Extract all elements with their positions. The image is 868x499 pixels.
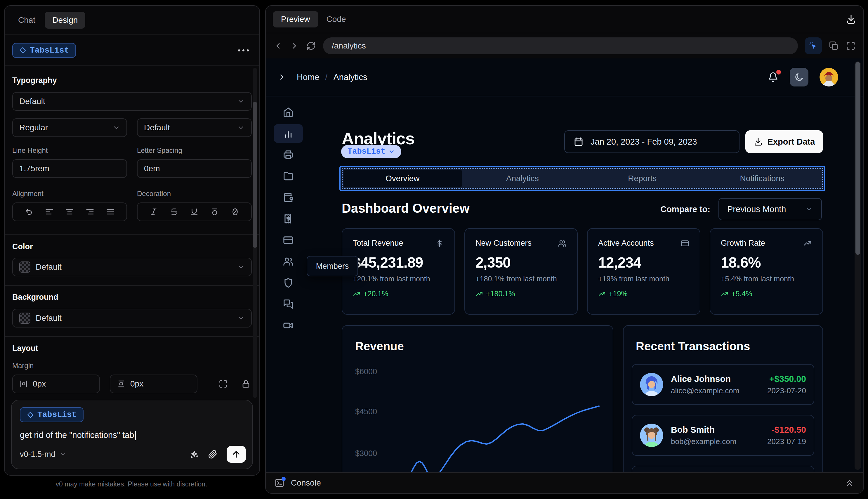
url-input[interactable]: /analytics	[323, 37, 798, 54]
transaction-row[interactable]: Bob Smith bob@example.com -$120.50 2023-…	[632, 415, 814, 456]
sidebar-expand-chevron-icon[interactable]	[277, 73, 286, 82]
transaction-row[interactable]: Alice Johnson alice@example.com +$350.00…	[632, 364, 814, 405]
refresh-icon[interactable]	[306, 41, 316, 51]
download-icon[interactable]	[846, 14, 856, 25]
forward-icon[interactable]	[290, 41, 299, 50]
text-caret	[135, 431, 136, 440]
chevrons-up-icon[interactable]	[845, 478, 855, 488]
select-element-button[interactable]	[805, 37, 822, 54]
transaction-name: Bob Smith	[671, 425, 736, 435]
transaction-date: 2023-07-19	[767, 437, 806, 446]
user-avatar[interactable]	[819, 68, 838, 86]
rail-reports[interactable]	[274, 146, 303, 164]
rail-home[interactable]	[274, 103, 303, 122]
transaction-row[interactable]	[632, 466, 814, 472]
credit-card-icon	[681, 239, 689, 248]
tab-analytics[interactable]: Analytics	[463, 169, 583, 188]
align-right-icon[interactable]	[86, 207, 94, 216]
font-weight-select[interactable]: Regular	[12, 118, 127, 137]
strikethrough-icon[interactable]	[170, 207, 178, 216]
chevron-down-icon	[388, 148, 395, 155]
rail-security[interactable]	[274, 273, 303, 292]
underline-icon[interactable]	[190, 207, 199, 216]
expand-icon[interactable]	[219, 379, 228, 389]
line-height-label: Line Height	[12, 146, 127, 155]
rail-invoices[interactable]	[274, 209, 303, 228]
viewport-scrollbar-thumb[interactable]	[855, 62, 860, 255]
tab-notifications[interactable]: Notifications	[703, 169, 822, 188]
composer-input[interactable]: get rid of the "notifications" tab	[20, 430, 244, 440]
rail-members[interactable]	[274, 252, 303, 271]
viewport-scrollbar-track[interactable]	[855, 61, 861, 470]
tab-chat[interactable]: Chat	[12, 12, 41, 28]
breadcrumb-home[interactable]: Home	[297, 72, 319, 82]
selection-badge[interactable]: TabsList	[341, 145, 401, 158]
recent-transactions-card: Recent Transactions Alice Johnson alice@…	[623, 325, 823, 472]
line-height-value: 1.75rem	[19, 164, 49, 173]
background-select[interactable]: Default	[12, 309, 252, 328]
rail-wallet[interactable]	[274, 188, 303, 207]
tab-preview[interactable]: Preview	[273, 11, 318, 27]
send-button[interactable]	[227, 446, 246, 463]
tab-reports[interactable]: Reports	[582, 169, 703, 188]
letter-spacing-input[interactable]: 0em	[137, 159, 252, 178]
url-value: /analytics	[332, 41, 366, 50]
italic-icon[interactable]	[149, 207, 158, 216]
stat-value: 2,350	[475, 254, 567, 271]
stat-title: Growth Rate	[721, 239, 765, 248]
compare-select[interactable]: Previous Month	[718, 198, 822, 220]
transaction-email: alice@example.com	[671, 386, 739, 395]
color-select[interactable]: Default	[12, 258, 252, 276]
margin-y-input[interactable]: 0px	[110, 375, 197, 393]
printer-icon	[283, 149, 294, 160]
paperclip-icon[interactable]	[208, 449, 218, 459]
align-justify-icon[interactable]	[106, 207, 115, 216]
trending-up-icon	[803, 239, 812, 248]
no-decoration-icon[interactable]	[231, 207, 239, 216]
console-bar[interactable]: Console	[266, 472, 863, 493]
margin-x-input[interactable]: 0px	[12, 375, 100, 393]
breadcrumb-current: Analytics	[333, 72, 367, 82]
export-data-button[interactable]: Export Data	[745, 130, 823, 153]
copy-icon[interactable]	[829, 41, 839, 51]
design-controls: Typography Default Regular Default Line …	[5, 76, 259, 435]
undo-icon[interactable]	[25, 207, 33, 216]
rail-video[interactable]	[274, 316, 303, 335]
rail-messages[interactable]	[274, 295, 303, 314]
fullscreen-icon[interactable]	[846, 41, 856, 51]
rail-files[interactable]	[274, 167, 303, 185]
line-height-input[interactable]: 1.75rem	[12, 159, 127, 178]
rail-analytics[interactable]	[274, 124, 303, 143]
align-left-icon[interactable]	[45, 207, 54, 216]
color-label: Color	[12, 242, 252, 251]
overline-icon[interactable]	[210, 207, 219, 216]
back-icon[interactable]	[273, 41, 283, 50]
selected-element-chip[interactable]: TabsList	[12, 43, 76, 58]
moon-icon	[794, 72, 804, 82]
sparkles-icon[interactable]	[189, 449, 199, 459]
date-range-picker[interactable]: Jan 20, 2023 - Feb 09, 2023	[564, 130, 740, 153]
font-size-select[interactable]: Default	[137, 118, 252, 137]
dark-mode-toggle[interactable]	[790, 68, 808, 86]
stat-sub: +19% from last month	[598, 275, 689, 283]
notifications-bell-button[interactable]	[768, 72, 779, 83]
font-family-select[interactable]: Default	[12, 92, 252, 111]
tab-design[interactable]: Design	[45, 12, 85, 29]
composer-context-chip[interactable]: TabsList	[20, 407, 84, 422]
rail-cards[interactable]	[274, 231, 303, 250]
model-select[interactable]: v0-1.5-md	[20, 450, 66, 459]
receipt-icon	[283, 213, 294, 224]
preview-tab-bar: Preview Code	[266, 6, 863, 33]
date-range-value: Jan 20, 2023 - Feb 09, 2023	[591, 137, 697, 147]
lock-icon[interactable]	[241, 379, 251, 389]
breadcrumb: Home / Analytics	[297, 72, 367, 82]
compare-value: Previous Month	[727, 205, 786, 214]
chat-composer[interactable]: TabsList get rid of the "notifications" …	[11, 400, 253, 469]
tabslist-selection-outline: Overview Analytics Reports Notifications	[339, 166, 826, 191]
tab-overview[interactable]: Overview	[344, 170, 462, 187]
dollar-icon	[435, 239, 444, 248]
align-center-icon[interactable]	[65, 207, 74, 216]
ellipsis-icon[interactable]	[235, 47, 252, 54]
tab-code[interactable]: Code	[326, 15, 346, 24]
panel-scrollbar-thumb[interactable]	[253, 102, 257, 248]
